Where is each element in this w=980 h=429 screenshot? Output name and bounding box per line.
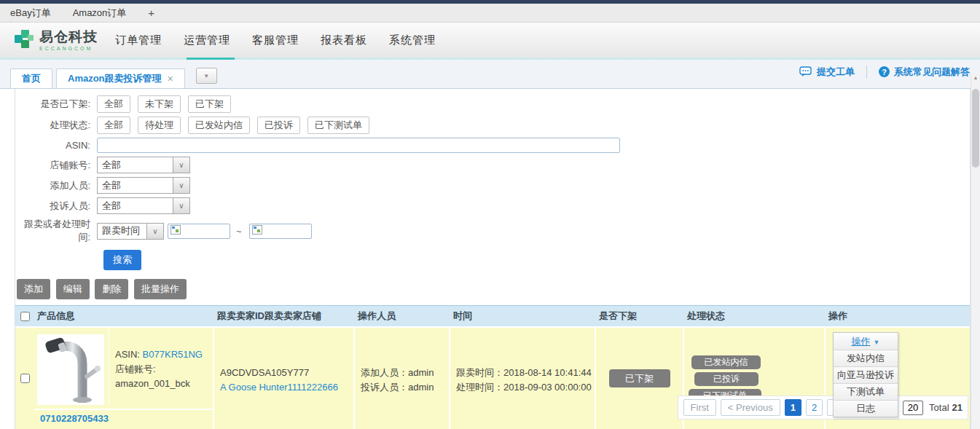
header-operator: 操作人员: [355, 310, 450, 323]
page-size-input[interactable]: [903, 401, 923, 415]
browser-tab-bar: eBay订单 Amazon订单 +: [0, 4, 980, 23]
calendar-icon: [252, 225, 262, 237]
asin-row-label: ASIN:: [115, 349, 140, 360]
seller-id: A9CDVDSA105Y777: [220, 366, 353, 380]
question-icon: ?: [879, 66, 890, 77]
nav-item-orders[interactable]: 订单管理: [115, 34, 162, 47]
date-range-separator: ~: [236, 226, 242, 237]
complainer-row-label: 投诉人员：: [361, 382, 408, 393]
status-badge-messaged: 已发站内信: [691, 355, 761, 369]
seller-cell: A9CDVDSA105Y777 A Goose Hunter1111222666: [214, 328, 355, 429]
time-type-select[interactable]: 跟卖时间 ∨: [97, 223, 164, 240]
time-type-selected-value: 跟卖时间: [98, 224, 146, 237]
complainer-selected-value: 全部: [98, 200, 173, 213]
action-dropdown-menu: 操作▼ 发站内信 向亚马逊投诉 下测试单 日志: [833, 332, 898, 417]
nav-item-reports[interactable]: 报表看板: [321, 34, 367, 47]
complainer-value: admin: [408, 382, 434, 393]
menu-item-log[interactable]: 日志: [834, 400, 898, 417]
pagination-page-1[interactable]: 1: [785, 399, 801, 416]
seller-shop-link[interactable]: A Goose Hunter1111222666: [220, 382, 338, 393]
menu-item-send-message[interactable]: 发站内信: [834, 350, 898, 366]
asin-input[interactable]: [97, 138, 620, 153]
tab-amazon-complaint-label: Amazon跟卖投诉管理: [68, 72, 162, 85]
chevron-down-icon: ∨: [173, 157, 189, 173]
app-nav-bar: 易仓科技 ECCANGCOM 订单管理 运营管理 客服管理 报表看板 系统管理: [0, 23, 980, 60]
adder-select[interactable]: 全部 ∨: [97, 177, 190, 194]
faq-link[interactable]: ? 系统常见问题解答: [879, 66, 970, 79]
logo-title: 易仓科技: [39, 30, 98, 44]
faq-label: 系统常见问题解答: [894, 66, 970, 79]
adder-label: 添加人员:: [15, 179, 97, 192]
chevron-down-icon: ∨: [146, 224, 163, 239]
shop-account-value: amazon_001_bck: [115, 377, 203, 391]
pagination-first-button[interactable]: First: [683, 399, 716, 416]
tab-amazon-complaint[interactable]: Amazon跟卖投诉管理 ×: [56, 68, 185, 88]
submit-ticket-link[interactable]: 提交工单: [799, 66, 855, 79]
date-to-input[interactable]: [249, 224, 312, 239]
tab-home[interactable]: 首页: [10, 68, 52, 88]
browser-tab-amazon[interactable]: Amazon订单: [73, 7, 127, 20]
scrollbar-up-arrow-icon[interactable]: ▲: [971, 73, 980, 83]
nav-item-customer-service[interactable]: 客服管理: [252, 34, 299, 47]
batch-operation-button[interactable]: 批量操作: [134, 279, 187, 299]
status-option-all[interactable]: 全部: [97, 117, 130, 134]
offshelf-option-all[interactable]: 全部: [97, 95, 130, 113]
table-toolbar: 添加 编辑 删除 批量操作: [15, 275, 970, 305]
offshelf-option-not-removed[interactable]: 未下架: [138, 95, 181, 113]
calendar-icon: [170, 225, 181, 237]
pagination-page-2[interactable]: 2: [806, 399, 823, 416]
adder-row-label: 添加人员：: [361, 367, 408, 378]
select-all-checkbox[interactable]: [20, 312, 30, 321]
asin-link[interactable]: B077KR51NG: [143, 349, 203, 360]
menu-item-place-test-order[interactable]: 下测试单: [834, 383, 898, 400]
status-option-messaged[interactable]: 已发站内信: [188, 117, 250, 134]
handle-time-label: 处理时间：: [456, 382, 503, 393]
search-button[interactable]: 搜索: [103, 250, 141, 270]
header-seller-id-shop: 跟卖卖家ID跟卖卖家店铺: [214, 310, 355, 323]
vertical-scrollbar[interactable]: ▲: [971, 73, 980, 429]
logo[interactable]: 易仓科技 ECCANGCOM: [13, 28, 98, 52]
main-menu: 订单管理 运营管理 客服管理 报表看板 系统管理: [115, 34, 458, 47]
adder-selected-value: 全部: [98, 179, 173, 192]
status-option-complained[interactable]: 已投诉: [257, 117, 300, 134]
offshelf-option-removed[interactable]: 已下架: [188, 95, 231, 113]
follow-time-value: 2018-08-14 10:41:44: [503, 367, 592, 378]
new-tab-button[interactable]: +: [148, 7, 154, 19]
status-option-test-ordered[interactable]: 已下测试单: [307, 117, 369, 134]
add-button[interactable]: 添加: [17, 279, 50, 299]
tab-close-icon[interactable]: ×: [168, 73, 173, 84]
time-cell: 跟卖时间：2018-08-14 10:41:44 处理时间：2018-09-03…: [450, 328, 596, 429]
complainer-select[interactable]: 全部 ∨: [97, 197, 190, 214]
product-image[interactable]: [37, 334, 104, 405]
chevron-down-icon: ∨: [173, 178, 189, 193]
speech-bubble-icon: [799, 66, 812, 77]
scrollbar-thumb[interactable]: [972, 89, 979, 168]
follow-time-label: 跟卖时间：: [456, 367, 503, 378]
nav-item-system[interactable]: 系统管理: [389, 34, 436, 47]
main-content-panel: 是否已下架: 全部 未下架 已下架 处理状态: 全部 待处理 已发站内信 已投诉…: [15, 89, 971, 429]
status-option-pending[interactable]: 待处理: [138, 117, 181, 134]
date-from-input[interactable]: [168, 224, 230, 239]
header-offshelf: 是否下架: [596, 310, 684, 323]
nav-item-operations[interactable]: 运营管理: [184, 34, 230, 47]
total-label: Total: [929, 402, 949, 413]
browser-tab-ebay[interactable]: eBay订单: [10, 7, 51, 20]
edit-button[interactable]: 编辑: [56, 279, 90, 299]
row-checkbox[interactable]: [20, 374, 30, 383]
pagination-bar: First < Previous 1 2 Next > Total21: [678, 395, 968, 420]
chevron-down-icon: ▼: [203, 73, 209, 79]
submit-ticket-label: 提交工单: [817, 66, 855, 79]
product-info-cell: ASIN: B077KR51NG 店铺账号: amazon_001_bck 07…: [34, 328, 214, 429]
pagination-prev-button[interactable]: < Previous: [721, 399, 780, 416]
delete-button[interactable]: 删除: [95, 279, 128, 299]
product-sku-link[interactable]: 0710228705433: [40, 413, 109, 424]
tab-list-dropdown-button[interactable]: ▼: [196, 68, 217, 84]
menu-item-complain-to-amazon[interactable]: 向亚马逊投诉: [834, 366, 898, 383]
chevron-down-icon: ∨: [173, 198, 189, 213]
adder-value: admin: [408, 367, 434, 378]
time-filter-label: 跟卖或者处理时间:: [15, 218, 97, 244]
offshelf-status-badge: 已下架: [609, 369, 670, 387]
page-tab-strip: 首页 Amazon跟卖投诉管理 × ▼ 提交工单 ? 系统常见问题解答: [0, 60, 980, 89]
shop-account-select[interactable]: 全部 ∨: [97, 157, 190, 173]
action-menu-trigger[interactable]: 操作▼: [834, 333, 898, 350]
